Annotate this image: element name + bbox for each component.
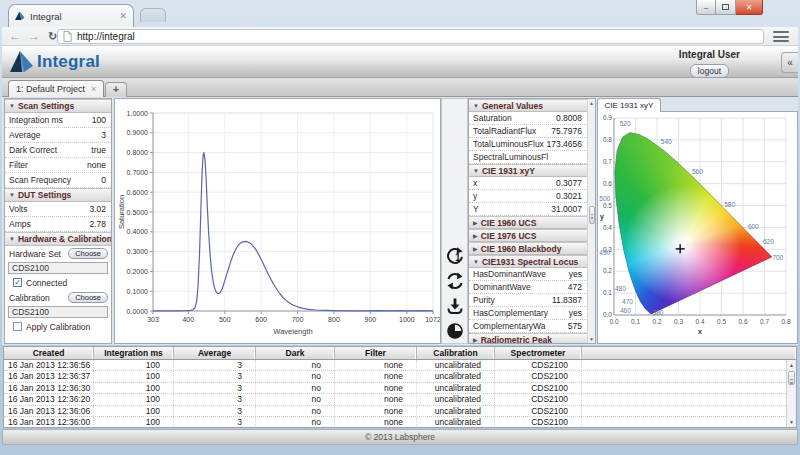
- table-row[interactable]: 16 Jan 2013 12:36:301003nononeuncalibrat…: [4, 383, 796, 394]
- checkbox-icon[interactable]: [13, 322, 22, 331]
- setting-row[interactable]: Scan Frequency0: [5, 173, 111, 188]
- table-cell: 100: [94, 371, 174, 381]
- table-cell-filler: [582, 417, 796, 427]
- maximize-button[interactable]: [716, 0, 736, 15]
- value-row[interactable]: TotalLuminousFlux173.4656: [469, 138, 587, 151]
- table-scrollbar[interactable]: ▲ ▼: [786, 360, 796, 427]
- footer: © 2013 Labsphere: [2, 429, 798, 445]
- continuous-scan-button[interactable]: [444, 270, 465, 291]
- value-row[interactable]: Y31.0007: [469, 203, 587, 216]
- value-group-header[interactable]: ▶CIE 1976 UCS: [469, 229, 587, 242]
- workspace: ▼Scan SettingsIntegration ms100Average3D…: [2, 97, 798, 345]
- tab-cie-1931-xyy[interactable]: CIE 1931 xyY: [597, 98, 661, 112]
- minimize-button[interactable]: –: [696, 0, 716, 15]
- table-scroll-down-icon[interactable]: ▼: [787, 419, 796, 425]
- setting-row[interactable]: Dark Correcttrue: [5, 143, 111, 158]
- section-header-scan-settings[interactable]: ▼Scan Settings: [5, 99, 111, 113]
- control-label: Calibration: [9, 293, 50, 303]
- value-row[interactable]: TotalRadiantFlux75.7976: [469, 125, 587, 138]
- scroll-down-icon[interactable]: ▼: [588, 336, 595, 342]
- setting-row[interactable]: Amps2.78: [5, 217, 111, 232]
- page-icon: [63, 31, 72, 42]
- table-scroll-up-icon[interactable]: ▲: [787, 362, 796, 368]
- setting-row[interactable]: Average3: [5, 128, 111, 143]
- value-group-header[interactable]: ▼CIE 1931 xyY: [469, 164, 587, 177]
- browser-toolbar: ← → ↻ http://integral: [2, 27, 798, 46]
- value-group-header[interactable]: ▼General Values: [469, 99, 587, 112]
- menu-icon[interactable]: [773, 31, 789, 42]
- browser-tab-close-icon[interactable]: ✕: [119, 12, 127, 21]
- value-row[interactable]: ComplementaryWa575: [469, 320, 587, 333]
- setting-value: true: [91, 145, 106, 155]
- column-header-calibration[interactable]: Calibration: [417, 347, 495, 359]
- table-row[interactable]: 16 Jan 2013 12:36:061003nononeuncalibrat…: [4, 406, 796, 417]
- checkbox-row[interactable]: ✓Connected: [5, 275, 111, 290]
- control-row: CalibrationChoose: [5, 290, 111, 305]
- choose-button[interactable]: Choose: [68, 248, 108, 259]
- table-cell-filler: [582, 371, 796, 381]
- setting-value: 0: [101, 175, 106, 185]
- value-row[interactable]: Saturation0.8008: [469, 112, 587, 125]
- browser-tab-integral[interactable]: Integral ✕: [8, 4, 134, 27]
- value-row[interactable]: Purity11.8387: [469, 294, 587, 307]
- table-cell: CDS2100: [495, 394, 582, 404]
- setting-row[interactable]: Filternone: [5, 158, 111, 173]
- address-bar[interactable]: http://integral: [57, 29, 764, 44]
- add-project-tab-button[interactable]: +: [105, 82, 127, 97]
- setting-row[interactable]: Volts3.02: [5, 202, 111, 217]
- column-header-created[interactable]: Created: [4, 347, 94, 359]
- logout-button[interactable]: logout: [690, 64, 729, 78]
- table-cell: 3: [174, 417, 256, 427]
- svg-text:540: 540: [661, 138, 672, 145]
- results-table-header: CreatedIntegration msAverageDarkFilterCa…: [4, 347, 796, 360]
- table-row[interactable]: 16 Jan 2013 12:36:561003nononeuncalibrat…: [4, 360, 796, 371]
- section-header-hardware-calibration[interactable]: ▼Hardware & Calibration: [5, 232, 111, 246]
- svg-text:580: 580: [724, 201, 735, 208]
- column-header-average[interactable]: Average: [174, 347, 256, 359]
- back-icon[interactable]: ←: [9, 30, 21, 42]
- value-row[interactable]: SpectralLuminousFl: [469, 151, 587, 164]
- single-scan-button[interactable]: 1: [444, 245, 465, 266]
- setting-row[interactable]: Integration ms100: [5, 113, 111, 128]
- section-header-dut-settings[interactable]: ▼DUT Settings: [5, 188, 111, 202]
- svg-text:460: 460: [620, 307, 631, 314]
- value-group-header[interactable]: ▶CIE 1960 Blackbody: [469, 242, 587, 255]
- project-tab-close-icon[interactable]: ×: [91, 84, 96, 94]
- value-row[interactable]: DominantWave472: [469, 281, 587, 294]
- svg-text:1.0000: 1.0000: [127, 110, 149, 117]
- column-header-dark[interactable]: Dark: [256, 347, 335, 359]
- checkbox-icon[interactable]: ✓: [13, 278, 22, 287]
- device-input[interactable]: [8, 306, 108, 318]
- values-scrollbar[interactable]: ▲ ▼: [587, 99, 595, 343]
- value-row[interactable]: y0.3021: [469, 190, 587, 203]
- value-group-header[interactable]: ▶Radiometric Peak: [469, 333, 587, 344]
- value-row[interactable]: HasComplementaryyes: [469, 307, 587, 320]
- table-row[interactable]: 16 Jan 2013 12:36:001003nononeuncalibrat…: [4, 417, 796, 428]
- new-tab-button[interactable]: [140, 8, 166, 22]
- column-header-filter[interactable]: Filter: [335, 347, 417, 359]
- column-header-spectrometer[interactable]: Spectrometer: [495, 347, 582, 359]
- value-row[interactable]: x0.3077: [469, 177, 587, 190]
- values-scroll-thumb[interactable]: [589, 206, 595, 224]
- value-group-header[interactable]: ▶CIE 1960 UCS: [469, 216, 587, 229]
- table-row[interactable]: 16 Jan 2013 12:36:371003nononeuncalibrat…: [4, 371, 796, 382]
- save-scan-button[interactable]: [444, 295, 465, 316]
- chevron-down-icon: ▼: [9, 192, 15, 198]
- collapse-header-button[interactable]: «: [781, 52, 798, 73]
- table-scroll-thumb[interactable]: [788, 371, 795, 385]
- checkbox-row[interactable]: Apply Calibration: [5, 319, 111, 334]
- table-cell: uncalibrated: [417, 417, 495, 427]
- choose-button[interactable]: Choose: [68, 292, 108, 303]
- dark-scan-button[interactable]: [444, 320, 465, 341]
- column-header-integration-ms[interactable]: Integration ms: [94, 347, 174, 359]
- scroll-up-icon[interactable]: ▲: [588, 100, 595, 106]
- close-button[interactable]: ✕: [736, 0, 763, 15]
- forward-icon[interactable]: →: [28, 30, 40, 42]
- tab-default-project[interactable]: 1: Default Project ×: [8, 80, 104, 97]
- reload-icon[interactable]: ↻: [48, 31, 57, 42]
- value-group-header[interactable]: ▼CIE1931 Spectral Locus: [469, 255, 587, 268]
- value-row[interactable]: HasDominantWaveyes: [469, 268, 587, 281]
- cie-panel: CIE 1931 xyY 0.00.10.20.30.40.50.60.70.8…: [597, 98, 798, 344]
- device-input[interactable]: [8, 262, 108, 274]
- table-row[interactable]: 16 Jan 2013 12:36:201003nononeuncalibrat…: [4, 394, 796, 405]
